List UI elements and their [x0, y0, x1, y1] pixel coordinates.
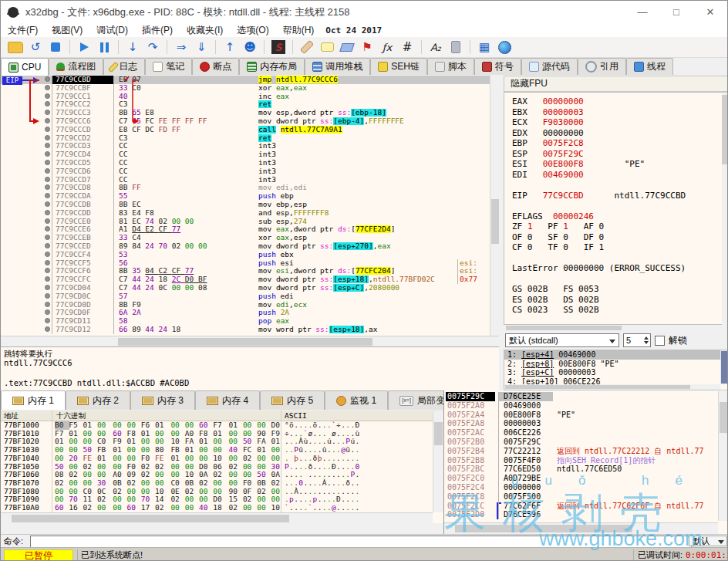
breakpoint-dot[interactable]	[45, 309, 50, 315]
breakpoint-column[interactable]	[42, 184, 52, 192]
breakpoint-column[interactable]	[42, 242, 52, 251]
menu-item[interactable]: 调试(D)	[89, 24, 135, 37]
tab-threads[interactable]: 线程	[626, 58, 673, 75]
tab-seh[interactable]: SEH链	[370, 58, 427, 75]
tab-callstack[interactable]: 调用堆栈	[305, 58, 370, 75]
register-line[interactable]	[504, 201, 728, 211]
tab-symbols[interactable]: 符号	[474, 58, 521, 75]
stack-row[interactable]: 0075F2C400000000	[444, 483, 728, 492]
register-line[interactable]: GS 002B FS 0053	[504, 284, 728, 295]
stack-row[interactable]: 0075F2C80075F500	[444, 492, 728, 502]
breakpoint-column[interactable]	[42, 192, 52, 201]
disasm-row[interactable]: 77C9CD04C7 44 24 0C 00 00 08mov dword pt…	[1, 284, 490, 292]
label-icon[interactable]	[339, 39, 356, 55]
menu-item[interactable]: 选项(O)	[230, 24, 275, 37]
bookmark-icon[interactable]: ⚑	[359, 39, 376, 55]
breakpoint-dot[interactable]	[45, 76, 50, 82]
dump-row[interactable]: 77BF1030000050FB01000080FB01000040FC0100…	[1, 446, 443, 455]
dump-hscrollbar[interactable]	[1, 512, 433, 524]
register-line[interactable]: EBX 00000003	[504, 107, 728, 118]
breakpoint-column[interactable]	[42, 167, 52, 176]
appearance-icon[interactable]: A₂	[427, 39, 444, 55]
disasm-row[interactable]: 77C9CCD5CCint3	[1, 159, 490, 167]
breakpoint-column[interactable]	[42, 251, 52, 259]
command-profile-select[interactable]: 默认	[689, 536, 727, 546]
register-line[interactable]: ECX F9030000	[504, 117, 728, 128]
register-line[interactable]	[504, 253, 728, 264]
tab-cpu[interactable]: CPU	[1, 58, 49, 76]
run-to-user-code-icon[interactable]: ↑	[221, 39, 238, 55]
breakpoint-dot[interactable]	[45, 160, 50, 165]
disasm-row[interactable]: 77C9CCD3CCint3	[1, 142, 490, 150]
stack-row[interactable]: 0075F2A400E800F8"PE"	[444, 411, 728, 420]
register-line[interactable]: ESI 00E800F8 "PE"	[504, 159, 728, 170]
tab-log[interactable]: 日志	[103, 58, 145, 75]
breakpoint-column[interactable]	[42, 301, 52, 309]
breakpoint-column[interactable]	[42, 76, 52, 84]
breakpoint-dot[interactable]	[45, 135, 50, 140]
pause-icon[interactable]	[96, 39, 113, 55]
menu-item[interactable]: 帮助(H)	[276, 24, 322, 37]
stack-vscrollbar[interactable]	[718, 391, 728, 521]
arg-row[interactable]: 1: [esp+4] 00469000	[504, 350, 728, 360]
dump-row[interactable]: 77BF1020010000C0F901000010FA01000050FA01…	[1, 438, 443, 446]
dump-row[interactable]: 77BF10900070110200007014020000D015020000…	[1, 495, 443, 504]
register-line[interactable]: EDI 00469000	[504, 170, 728, 181]
breakpoint-dot[interactable]	[45, 326, 50, 332]
open-folder-icon[interactable]	[7, 39, 24, 55]
disasm-row[interactable]: 77C9CCED89 84 24 70 02 00 00mov dword pt…	[1, 242, 490, 251]
registers-hscrollbar[interactable]	[504, 325, 722, 331]
disasm-row[interactable]: 77C9CCF68B 35 04 C2 CF 77mov esi,dword p…	[1, 267, 490, 275]
register-line[interactable]: ESP 0075F29C	[504, 149, 728, 160]
tab-source[interactable]: 源代码	[521, 58, 578, 75]
minimize-button[interactable]: —	[625, 1, 659, 24]
disasm-row[interactable]: 77C9CD0C57push edi	[1, 292, 490, 301]
breakpoint-column[interactable]	[42, 126, 52, 134]
tab-script[interactable]: 脚本	[427, 58, 474, 75]
breakpoint-dot[interactable]	[45, 118, 50, 123]
register-line[interactable]: CF 0 TF 0 IF 1	[504, 242, 728, 253]
stack-row[interactable]: 0075F2B00075F29C	[444, 438, 728, 447]
register-line[interactable]	[504, 274, 728, 285]
stack-row[interactable]: 0075F2D0D76CE596	[444, 510, 728, 519]
disasm-row[interactable]: 77C9CCDA55push ebp	[1, 192, 490, 201]
registers-list[interactable]: EAX 00000000EBX 00000003ECX F9030000EDX …	[504, 92, 728, 325]
tab-内存-2[interactable]: 内存 2	[66, 390, 130, 410]
stack-row[interactable]: 0075F2B477C22212返回到 ntdll.77C22212 自 ntd…	[444, 447, 728, 456]
arg-count-stepper[interactable]: 5	[623, 333, 651, 347]
breakpoint-dot[interactable]	[45, 93, 50, 99]
tab-内存-1[interactable]: 内存 1	[1, 390, 66, 410]
register-line[interactable]: CS 0023 SS 002B	[504, 305, 728, 316]
disasm-row[interactable]: 77C9CD0F6A 2Apush 2A	[1, 309, 490, 317]
breakpoint-column[interactable]	[42, 259, 52, 268]
register-line[interactable]: EAX 00000000	[504, 96, 728, 107]
menu-item[interactable]: 收藏夹(I)	[180, 24, 230, 37]
register-line[interactable]: EIP 77C9CCBD ntdll.77C9CCBD	[504, 191, 728, 201]
disasm-row[interactable]: 77C9CCD4CCint3	[1, 150, 490, 159]
dump-row[interactable]: 77BF10505000020000F002020000D00602000030…	[1, 463, 443, 471]
disassembly-pane[interactable]: EIP 77C9CCBDEB 07jmp ntdll.77C9CCC677C9C…	[1, 76, 490, 336]
dump-row[interactable]: 77BF1070020000300B020000C00B020000F00B02…	[1, 479, 443, 488]
breakpoint-column[interactable]	[42, 176, 52, 184]
disasm-row[interactable]: 77C9CD1158pop eax	[1, 317, 490, 326]
register-line[interactable]: EFLAGS 00000246	[504, 211, 728, 222]
breakpoint-dot[interactable]	[45, 260, 50, 265]
tab-notes[interactable]: 笔记	[145, 58, 192, 75]
disasm-row[interactable]: 77C9CCC38B 65 E8mov esp,dword ptr ss:[eb…	[1, 109, 490, 117]
breakpoint-column[interactable]	[42, 93, 52, 101]
disasm-row[interactable]: 77C9CD1266 89 44 24 18mov word ptr ss:[e…	[1, 326, 490, 334]
step-into-icon[interactable]: ↓	[124, 39, 141, 55]
breakpoint-column[interactable]	[42, 150, 52, 159]
breakpoint-column[interactable]	[42, 218, 52, 226]
disasm-row[interactable]: 77C9CCEB33 C4xor eax,esp	[1, 234, 490, 242]
breakpoint-dot[interactable]	[45, 293, 50, 299]
breakpoint-column[interactable]	[42, 142, 52, 150]
unlock-checkbox[interactable]	[655, 336, 665, 346]
breakpoint-dot[interactable]	[45, 218, 50, 224]
args-vscrollbar[interactable]	[720, 350, 728, 384]
disasm-row[interactable]: 77C9CCE6A1 D4 E2 CF 77mov eax,dword ptr …	[1, 225, 490, 234]
breakpoint-dot[interactable]	[45, 252, 50, 257]
dump-row[interactable]: 77BF1000B0F501000000F601000060F7010000D0…	[1, 421, 443, 430]
disasm-row[interactable]: 77C9CCD2C3ret	[1, 134, 490, 143]
register-line[interactable]: EDX 00000000	[504, 128, 728, 139]
